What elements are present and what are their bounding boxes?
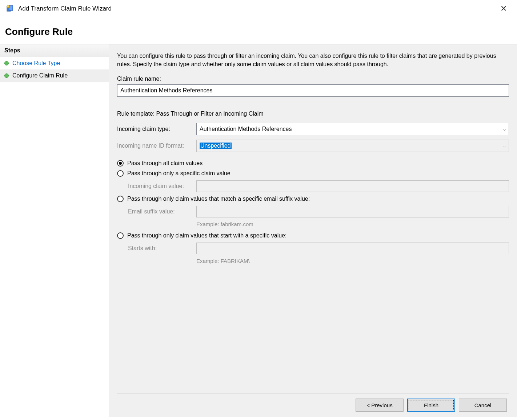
radio-label: Pass through all claim values (127, 160, 203, 167)
radio-icon (117, 170, 124, 177)
radio-starts-with[interactable]: Pass through only claim values that star… (117, 232, 509, 239)
step-complete-icon (4, 61, 9, 65)
close-button[interactable]: ✕ (496, 3, 511, 15)
starts-with-example: Example: FABRIKAM\ (196, 258, 509, 264)
steps-sidebar: Steps Choose Rule Type Configure Claim R… (0, 44, 109, 417)
email-suffix-example: Example: fabrikam.com (196, 221, 509, 227)
content-panel: You can configure this rule to pass thro… (109, 44, 517, 417)
svg-rect-1 (9, 5, 13, 11)
radio-pass-through-all[interactable]: Pass through all claim values (117, 160, 509, 167)
window-title: Add Transform Claim Rule Wizard (18, 5, 112, 12)
email-suffix-label: Email suffix value: (128, 208, 196, 215)
incoming-claim-type-value: Authentication Methods References (200, 126, 292, 132)
page-title: Configure Rule (0, 17, 517, 44)
pass-through-options: Pass through all claim values Pass throu… (117, 160, 509, 269)
starts-with-label: Starts with: (128, 245, 196, 252)
finish-button[interactable]: Finish (407, 399, 455, 412)
radio-label: Pass through only claim values that star… (127, 232, 286, 239)
incoming-claim-type-label: Incoming claim type: (117, 126, 196, 132)
claim-rule-name-input[interactable] (117, 84, 509, 97)
incoming-claim-type-combo[interactable]: Authentication Methods References ⌵ (196, 123, 509, 135)
step-configure-claim-rule[interactable]: Configure Claim Rule (0, 69, 109, 82)
radio-email-suffix[interactable]: Pass through only claim values that matc… (117, 196, 509, 202)
wizard-body: Steps Choose Rule Type Configure Claim R… (0, 44, 517, 417)
incoming-name-id-value: Unspecified (200, 143, 232, 149)
svg-point-2 (7, 5, 9, 8)
steps-header: Steps (0, 44, 109, 57)
starts-with-input (196, 243, 509, 254)
radio-specific-value[interactable]: Pass through only a specific claim value (117, 170, 509, 177)
step-label: Choose Rule Type (12, 60, 60, 67)
incoming-name-id-combo: Unspecified ⌵ (196, 140, 509, 152)
chevron-down-icon: ⌵ (503, 143, 506, 148)
wizard-icon (6, 4, 15, 13)
titlebar: Add Transform Claim Rule Wizard ✕ (0, 0, 517, 17)
step-choose-rule-type[interactable]: Choose Rule Type (0, 57, 109, 69)
radio-label: Pass through only claim values that matc… (127, 196, 310, 202)
email-suffix-input (196, 206, 509, 217)
radio-icon (117, 196, 124, 202)
intro-text: You can configure this rule to pass thro… (117, 52, 509, 68)
radio-label: Pass through only a specific claim value (127, 170, 231, 177)
radio-icon (117, 232, 124, 239)
starts-with-row: Starts with: (128, 243, 509, 254)
email-suffix-row: Email suffix value: (128, 206, 509, 217)
button-bar: < Previous Finish Cancel (117, 393, 509, 417)
cancel-button[interactable]: Cancel (459, 399, 507, 412)
chevron-down-icon: ⌵ (503, 127, 506, 132)
step-current-icon (4, 73, 9, 78)
step-label: Configure Claim Rule (12, 72, 68, 79)
incoming-claim-value-input (196, 180, 509, 192)
radio-icon (117, 160, 124, 167)
rule-template-label: Rule template: Pass Through or Filter an… (117, 111, 509, 117)
incoming-claim-value-row: Incoming claim value: (128, 180, 509, 192)
incoming-claim-value-label: Incoming claim value: (128, 183, 196, 189)
previous-button[interactable]: < Previous (356, 399, 404, 412)
incoming-name-id-label: Incoming name ID format: (117, 143, 196, 149)
claim-rule-name-label: Claim rule name: (117, 76, 509, 82)
